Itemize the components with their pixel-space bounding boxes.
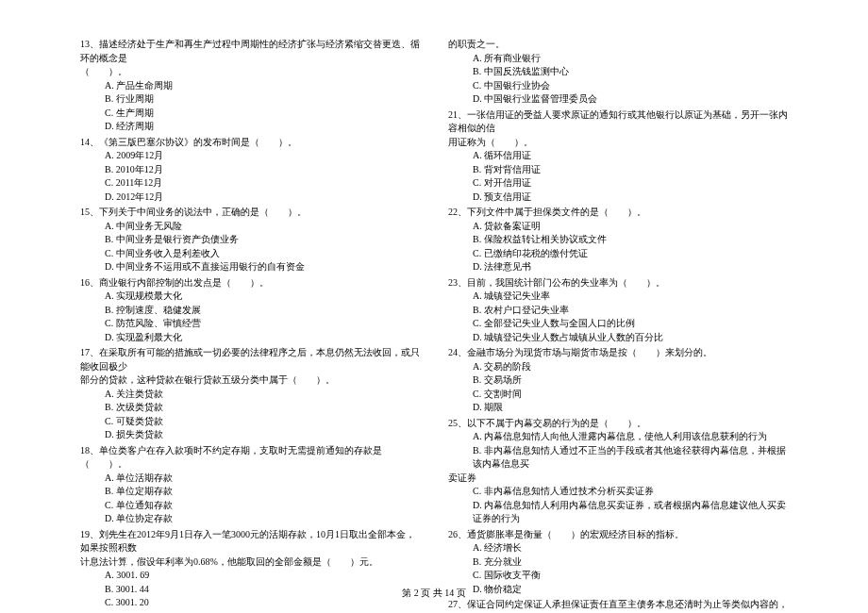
question-text: 16、商业银行内部控制的出发点是（ ）。 xyxy=(80,276,420,290)
two-column-layout: 13、描述经济处于生产和再生产过程中周期性的经济扩张与经济紧缩交替更迭、循环的概… xyxy=(0,38,868,613)
option-a: A. 交易的阶段 xyxy=(473,360,788,374)
question-cont: 计息法计算，假设年利率为0.68%，他能取回的全部金额是（ ）元。 xyxy=(80,555,420,570)
question-cont: （ ）。 xyxy=(80,65,420,79)
q18: 18、单位类客户在存入款项时不约定存期，支取时无需提前通知的存款是（ ）。 A.… xyxy=(80,444,420,526)
options: A. 所有商业银行 B. 中国反洗钱监测中心 C. 中国银行业协会 D. 中国银… xyxy=(448,52,788,107)
q15: 15、下列关于中间业务的说法中，正确的是（ ）。 A. 中间业务无风险 B. 中… xyxy=(80,206,420,274)
q22: 22、下列文件中属于担保类文件的是（ ）。 A. 贷款备案证明 B. 保险权益转… xyxy=(448,206,788,274)
question-text: 22、下列文件中属于担保类文件的是（ ）。 xyxy=(448,206,788,220)
q24: 24、金融市场分为现货市场与期货市场是按（ ）来划分的。 A. 交易的阶段 B.… xyxy=(448,346,788,415)
q14: 14、《第三版巴塞尔协议》的发布时间是（ ）。 A. 2009年12月 B. 2… xyxy=(80,136,420,205)
option-b: B. 中国反洗钱监测中心 xyxy=(473,65,788,79)
options: A. 2009年12月 B. 2010年12月 C. 2011年12月 D. 2… xyxy=(80,149,420,204)
options: A. 产品生命周期 B. 行业周期 C. 生产周期 D. 经济周期 xyxy=(80,79,420,134)
q17: 17、在采取所有可能的措施或一切必要的法律程序之后，本息仍然无法收回，或只能收回… xyxy=(80,346,420,442)
option-b: B. 背对背信用证 xyxy=(473,163,788,177)
q13: 13、描述经济处于生产和再生产过程中周期性的经济扩张与经济紧缩交替更迭、循环的概… xyxy=(80,38,420,134)
q27: 27、保证合同约定保证人承担保证责任直至主债务本息还清时为止等类似内容的，视为约… xyxy=(448,598,788,613)
question-text: 18、单位类客户在存入款项时不约定存期，支取时无需提前通知的存款是（ ）。 xyxy=(80,444,420,472)
option-a: A. 2009年12月 xyxy=(105,149,420,163)
options: A. 实现规模最大化 B. 控制速度、稳健发展 C. 防范风险、审慎经营 D. … xyxy=(80,290,420,344)
option-c: C. 对开信用证 xyxy=(473,176,788,191)
exam-page: 13、描述经济处于生产和再生产过程中周期性的经济扩张与经济紧缩交替更迭、循环的概… xyxy=(0,0,868,613)
question-cont: 的职责之一。 xyxy=(448,38,788,52)
option-b: B. 中间业务是银行资产负债业务 xyxy=(105,233,420,247)
option-d: D. 法律意见书 xyxy=(473,260,788,274)
question-text: 27、保证合同约定保证人承担保证责任直至主债务本息还清时为止等类似内容的，视为约… xyxy=(448,598,788,613)
question-cont: 部分的贷款，这种贷款在银行贷款五级分类中属于（ ）。 xyxy=(80,373,420,388)
option-b: B. 交易场所 xyxy=(473,373,788,388)
option-d: D. 经济周期 xyxy=(105,120,420,134)
option-b: B. 农村户口登记失业率 xyxy=(473,304,788,318)
option-d: D. 预支信用证 xyxy=(473,191,788,205)
option-b: B. 充分就业 xyxy=(473,555,788,570)
option-a: A. 循环信用证 xyxy=(473,149,788,163)
option-b: B. 控制速度、稳健发展 xyxy=(105,304,420,318)
q25: 25、以下不属于内幕交易的行为的是（ ）。 A. 内幕信息知情人向他人泄露内幕信… xyxy=(448,417,788,526)
question-text: 19、刘先生在2012年9月1日存入一笔3000元的活期存款，10月1日取出全部… xyxy=(80,528,420,555)
page-footer: 第 2 页 共 14 页 xyxy=(0,587,868,600)
option-d: D. 内幕信息知情人利用内幕信息买卖证券，或者根据内幕信息建议他人买卖证券的行为 xyxy=(473,499,788,526)
option-a: A. 实现规模最大化 xyxy=(105,290,420,304)
option-d: D. 3001. 01 xyxy=(105,610,420,614)
option-c: C. 交割时间 xyxy=(473,388,788,402)
q16: 16、商业银行内部控制的出发点是（ ）。 A. 实现规模最大化 B. 控制速度、… xyxy=(80,276,420,345)
right-column: 的职责之一。 A. 所有商业银行 B. 中国反洗钱监测中心 C. 中国银行业协会… xyxy=(448,38,788,613)
option-a: A. 城镇登记失业率 xyxy=(473,290,788,304)
option-c: C. 防范风险、审慎经营 xyxy=(105,317,420,331)
question-text: 13、描述经济处于生产和再生产过程中周期性的经济扩张与经济紧缩交替更迭、循环的概… xyxy=(80,38,420,65)
option-d: D. 中间业务不运用或不直接运用银行的自有资金 xyxy=(105,260,420,274)
option-b: B. 2010年12月 xyxy=(105,163,420,177)
option-b: B. 单位定期存款 xyxy=(105,485,420,499)
question-text: 15、下列关于中间业务的说法中，正确的是（ ）。 xyxy=(80,206,420,220)
question-text: 25、以下不属于内幕交易的行为的是（ ）。 xyxy=(448,417,788,431)
option-c: C. 已缴纳印花税的缴付凭证 xyxy=(473,247,788,261)
options: A. 内幕信息知情人向他人泄露内幕信息，使他人利用该信息获利的行为 B. 非内幕… xyxy=(448,430,788,472)
option-c: C. 生产周期 xyxy=(105,107,420,121)
question-text: 24、金融市场分为现货市场与期货市场是按（ ）来划分的。 xyxy=(448,346,788,360)
option-c: C. 中国银行业协会 xyxy=(473,79,788,93)
option-a: A. 贷款备案证明 xyxy=(473,220,788,234)
option-a: A. 内幕信息知情人向他人泄露内幕信息，使他人利用该信息获利的行为 xyxy=(473,430,788,444)
option-a: A. 3001. 69 xyxy=(105,569,420,583)
left-column: 13、描述经济处于生产和再生产过程中周期性的经济扩张与经济紧缩交替更迭、循环的概… xyxy=(80,38,420,613)
q20-cont: 的职责之一。 A. 所有商业银行 B. 中国反洗钱监测中心 C. 中国银行业协会… xyxy=(448,38,788,107)
options: A. 交易的阶段 B. 交易场所 C. 交割时间 D. 期限 xyxy=(448,360,788,415)
option-d: D. 期限 xyxy=(473,401,788,415)
option-c: C. 2011年12月 xyxy=(105,176,420,191)
option-a: A. 产品生命周期 xyxy=(105,79,420,93)
options: A. 关注类贷款 B. 次级类贷款 C. 可疑类贷款 D. 损失类贷款 xyxy=(80,388,420,442)
option-d: D. 单位协定存款 xyxy=(105,512,420,526)
options: A. 城镇登记失业率 B. 农村户口登记失业率 C. 全部登记失业人数与全国人口… xyxy=(448,290,788,344)
question-cont: 用证称为（ ）。 xyxy=(448,136,788,150)
option-d: D. 实现盈利最大化 xyxy=(105,331,420,345)
options: C. 非内幕信息知情人通过技术分析买卖证券 D. 内幕信息知情人利用内幕信息买卖… xyxy=(448,485,788,526)
option-d: D. 城镇登记失业人数占城镇从业人数的百分比 xyxy=(473,331,788,345)
question-text: 23、目前，我国统计部门公布的失业率为（ ）。 xyxy=(448,276,788,290)
options: A. 循环信用证 B. 背对背信用证 C. 对开信用证 D. 预支信用证 xyxy=(448,149,788,204)
option-b: B. 次级类贷款 xyxy=(105,401,420,415)
question-text: 14、《第三版巴塞尔协议》的发布时间是（ ）。 xyxy=(80,136,420,150)
option-c: C. 非内幕信息知情人通过技术分析买卖证券 xyxy=(473,485,788,499)
option-a: A. 单位活期存款 xyxy=(105,472,420,486)
options: A. 单位活期存款 B. 单位定期存款 C. 单位通知存款 D. 单位协定存款 xyxy=(80,472,420,526)
options: A. 贷款备案证明 B. 保险权益转让相关协议或文件 C. 已缴纳印花税的缴付凭… xyxy=(448,220,788,274)
option-c: C. 全部登记失业人数与全国人口的比例 xyxy=(473,317,788,331)
option-b: B. 保险权益转让相关协议或文件 xyxy=(473,233,788,247)
option-b: B. 非内幕信息知情人通过不正当的手段或者其他途径获得内幕信息，并根据该内幕信息… xyxy=(473,444,788,472)
option-d: D. 2012年12月 xyxy=(105,191,420,205)
question-text: 21、一张信用证的受益人要求原证的通知行或其他银行以原证为基础，另开一张内容相似… xyxy=(448,108,788,136)
question-text: 26、通货膨胀率是衡量（ ）的宏观经济目标的指标。 xyxy=(448,528,788,542)
option-b: B. 行业周期 xyxy=(105,92,420,107)
options: A. 中间业务无风险 B. 中间业务是银行资产负债业务 C. 中间业务收入是利差… xyxy=(80,220,420,274)
option-a: A. 关注类贷款 xyxy=(105,388,420,402)
option-c: C. 单位通知存款 xyxy=(105,499,420,513)
question-text: 17、在采取所有可能的措施或一切必要的法律程序之后，本息仍然无法收回，或只能收回… xyxy=(80,346,420,373)
q19: 19、刘先生在2012年9月1日存入一笔3000元的活期存款，10月1日取出全部… xyxy=(80,528,420,614)
option-a: A. 所有商业银行 xyxy=(473,52,788,66)
option-c: C. 中间业务收入是利差收入 xyxy=(105,247,420,261)
option-c: C. 国际收支平衡 xyxy=(473,569,788,583)
q21: 21、一张信用证的受益人要求原证的通知行或其他银行以原证为基础，另开一张内容相似… xyxy=(448,108,788,205)
question-cont: 卖证券 xyxy=(448,472,788,486)
option-d: D. 中国银行业监督管理委员会 xyxy=(473,92,788,107)
